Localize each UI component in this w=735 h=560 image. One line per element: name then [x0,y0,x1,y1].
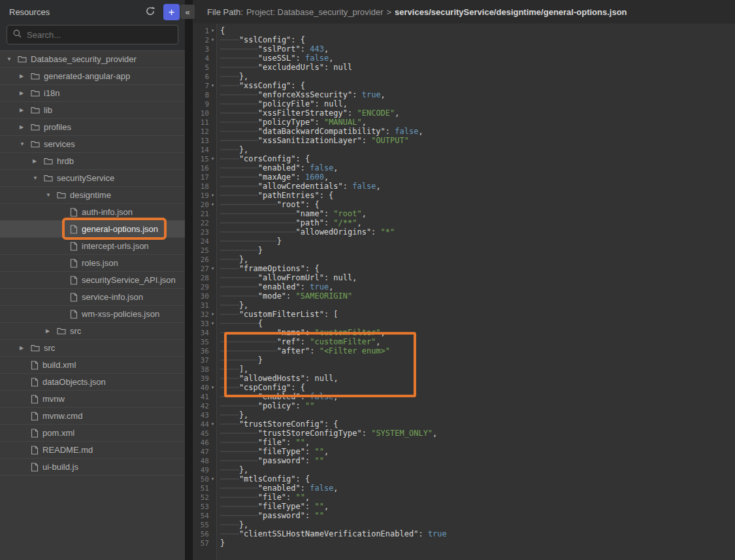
code-line[interactable]: "path": "/**", [220,218,735,227]
code-line[interactable]: "xssFilterStrategy": "ENCODE", [220,108,735,118]
add-resource-button[interactable]: + [163,4,180,20]
code-line[interactable]: "password": "" [220,511,735,520]
fold-arrow-icon[interactable]: ▾ [209,476,216,482]
fold-arrow-icon[interactable]: ▾ [209,202,216,207]
code-line[interactable]: "enforceXssSecurity": true, [220,90,735,99]
code-line[interactable]: } [220,246,735,255]
tree-item-lib[interactable]: ▶lib [0,102,185,119]
code-line[interactable]: }, [220,410,735,420]
code-line[interactable]: "enabled": true, [220,282,735,291]
code-line[interactable]: "customFilterList": [ [220,310,735,319]
expand-arrow-icon[interactable]: ▶ [20,107,31,113]
collapse-arrow-icon[interactable]: ▼ [33,175,44,181]
tree-item-build.xml[interactable]: build.xml [0,357,185,374]
code-line[interactable]: }, [220,465,735,474]
tree-item-securityService_API.json[interactable]: securityService_API.json [0,272,185,289]
code-line[interactable]: "fileType": "", [220,447,735,456]
code-line[interactable]: "useSSL": false, [220,54,735,63]
tree-item-mvnw[interactable]: mvnw [0,391,185,408]
code-line[interactable]: "allowedHosts": null, [220,374,735,383]
code-line[interactable]: }, [220,520,735,529]
fold-arrow-icon[interactable]: ▾ [209,266,216,271]
expand-arrow-icon[interactable]: ▶ [20,73,31,79]
tree-item-designtime[interactable]: ▼designtime [0,187,185,204]
tree-item-auth-info.json[interactable]: auth-info.json [0,204,185,221]
code-line[interactable]: "xssSanitizationLayer": "OUTPUT" [220,136,735,145]
expand-arrow-icon[interactable]: ▶ [20,345,31,351]
tree-item-general-options.json[interactable]: general-options.json [0,221,185,238]
code-line[interactable]: "dataBackwardCompatibility": false, [220,127,735,136]
tree-item-src[interactable]: ▶src [0,323,185,340]
code-line[interactable]: }, [220,301,735,310]
code-line[interactable]: "maxAge": 1600, [220,173,735,182]
code-line[interactable]: "allowFromUrl": null, [220,273,735,282]
tree-item-i18n[interactable]: ▶i18n [0,85,185,102]
tree-item-Database_security_provider[interactable]: ▼Database_security_provider [0,51,185,68]
fold-arrow-icon[interactable]: ▾ [209,385,216,390]
code-line[interactable]: "clientSSLHostNameVerificationEnabled": … [220,529,735,538]
code-line[interactable]: "file": "", [220,493,735,502]
tree-item-hrdb[interactable]: ▶hrdb [0,153,185,170]
code-line[interactable]: "corsConfig": { [220,154,735,163]
code-line[interactable]: "pathEntries": { [220,191,735,200]
fold-arrow-icon[interactable]: ▾ [209,156,216,161]
code-line[interactable]: "xssConfig": { [220,81,735,90]
collapse-arrow-icon[interactable]: ▼ [20,141,31,147]
code-line[interactable]: "allowedOrigins": "*" [220,227,735,237]
tree-item-src[interactable]: ▶src [0,340,185,357]
tree-item-service-info.json[interactable]: service-info.json [0,289,185,306]
code-line[interactable]: "name": "root", [220,209,735,218]
code-line[interactable]: "root": { [220,200,735,209]
fold-arrow-icon[interactable]: ▾ [209,28,216,33]
code-line[interactable]: "fileType": "", [220,502,735,511]
tree-item-README.md[interactable]: README.md [0,442,185,459]
tree-item-dataObjects.json[interactable]: dataObjects.json [0,374,185,391]
fold-arrow-icon[interactable]: ▾ [209,37,216,42]
expand-arrow-icon[interactable]: ▶ [33,158,44,164]
code-line[interactable]: "policyFile": null, [220,99,735,108]
tree-item-roles.json[interactable]: roles.json [0,255,185,272]
tree-item-securityService[interactable]: ▼securityService [0,170,185,187]
code-line[interactable]: "enabled": false, [220,163,735,173]
code-content[interactable]: {"sslConfig": {"sslPort": 443,"useSSL": … [217,24,735,560]
collapse-arrow-icon[interactable]: ▼ [7,56,18,62]
code-line[interactable]: "enabled": false, [220,484,735,493]
code-line[interactable]: "file": "", [220,438,735,447]
code-line[interactable]: }, [220,145,735,154]
fold-arrow-icon[interactable]: ▾ [209,321,216,326]
collapse-sidebar-button[interactable]: « [180,5,195,19]
code-line[interactable]: } [220,355,735,365]
code-line[interactable]: "frameOptions": { [220,264,735,273]
code-line[interactable]: "sslPort": 443, [220,44,735,54]
code-line[interactable]: "enabled": false, [220,392,735,401]
fold-arrow-icon[interactable]: ▾ [209,83,216,88]
code-line[interactable]: "name": "customFilter", [220,328,735,337]
expand-arrow-icon[interactable]: ▶ [46,328,57,334]
code-line[interactable]: "mtlsConfig": { [220,474,735,484]
code-line[interactable]: "policy": "" [220,401,735,410]
code-line[interactable]: ], [220,365,735,374]
tree-item-profiles[interactable]: ▶profiles [0,119,185,136]
code-line[interactable]: "mode": "SAMEORIGIN" [220,291,735,301]
code-line[interactable]: }, [220,72,735,81]
search-input[interactable] [27,30,157,40]
code-line[interactable]: "ref": "customFilter", [220,337,735,346]
tree-item-generated-angular-app[interactable]: ▶generated-angular-app [0,68,185,85]
code-line[interactable]: { [220,26,735,35]
tree-item-mvnw.cmd[interactable]: mvnw.cmd [0,408,185,425]
expand-arrow-icon[interactable]: ▶ [20,124,31,130]
code-line[interactable]: } [220,237,735,246]
code-line[interactable]: }, [220,255,735,264]
code-line[interactable]: "policyType": "MANUAL", [220,118,735,127]
code-line[interactable]: } [220,538,735,548]
code-line[interactable]: "password": "" [220,456,735,465]
tree-item-pom.xml[interactable]: pom.xml [0,425,185,442]
tree-item-services[interactable]: ▼services [0,136,185,153]
tree-item-ui-build.js[interactable]: ui-build.js [0,459,185,476]
code-line[interactable]: "excludedUrls": null [220,63,735,72]
fold-arrow-icon[interactable]: ▾ [209,193,216,198]
tree-item-intercept-urls.json[interactable]: intercept-urls.json [0,238,185,255]
code-line[interactable]: "sslConfig": { [220,35,735,44]
code-line[interactable]: "trustStoreConfigType": "SYSTEM_ONLY", [220,429,735,438]
code-line[interactable]: "cspConfig": { [220,383,735,392]
